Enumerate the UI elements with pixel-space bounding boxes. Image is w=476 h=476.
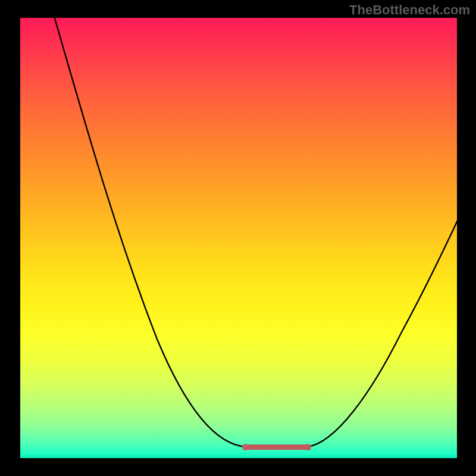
curve-svg	[20, 18, 457, 458]
flat-minimum-marker	[244, 444, 309, 450]
flat-marker-left-dot	[242, 444, 249, 450]
curve-right-branch	[307, 214, 457, 447]
watermark-text: TheBottleneck.com	[349, 2, 470, 18]
flat-marker-right-dot	[305, 444, 311, 450]
curve-left-branch	[54, 18, 246, 447]
plot-area	[20, 18, 457, 458]
